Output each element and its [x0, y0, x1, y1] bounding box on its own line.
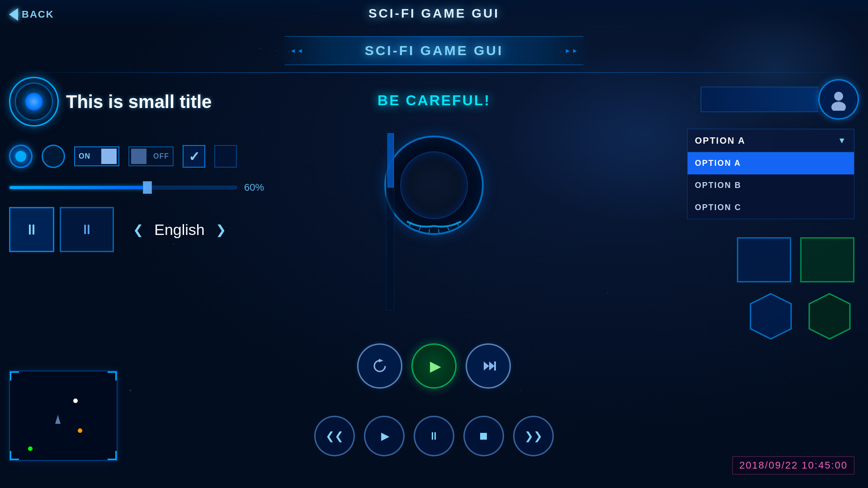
exit-button[interactable]: [466, 343, 511, 389]
play-icon: ▶: [430, 357, 441, 375]
bot-stop-button[interactable]: ⏹: [463, 416, 504, 456]
svg-marker-10: [489, 361, 495, 371]
slider-track[interactable]: [9, 186, 237, 189]
language-text: English: [152, 221, 207, 239]
svg-point-1: [831, 102, 846, 111]
back-label: BACK: [22, 9, 54, 20]
main-dial[interactable]: [384, 136, 484, 235]
replay-button[interactable]: [357, 343, 402, 389]
slider-thumb[interactable]: [143, 181, 152, 194]
checkbox-empty[interactable]: [214, 145, 237, 168]
svg-line-3: [419, 227, 420, 230]
svg-line-4: [429, 229, 429, 233]
bot-stop-icon: ⏹: [478, 430, 489, 442]
toggle-off-handle: [131, 149, 146, 164]
toggle-off-label: OFF: [153, 152, 169, 160]
svg-line-5: [439, 229, 439, 233]
bot-prev-icon: ❮❮: [326, 430, 344, 442]
dial-ticks-svg: [384, 136, 484, 235]
bot-play-icon: ▶: [381, 430, 389, 442]
bot-pause-icon: ⏸: [429, 430, 439, 442]
svg-marker-8: [379, 359, 383, 362]
dropdown-option-a[interactable]: OPTION A: [688, 152, 854, 174]
svg-rect-11: [494, 361, 496, 371]
scrollbar-track[interactable]: [386, 132, 394, 310]
corner-br: [108, 451, 117, 460]
scrollbar-thumb[interactable]: [387, 133, 394, 188]
bot-play-button[interactable]: ▶: [364, 416, 405, 456]
bot-pause-button[interactable]: ⏸: [414, 416, 454, 456]
toggle-on-handle: [101, 149, 117, 164]
dropdown-option-b[interactable]: OPTION B: [688, 174, 854, 197]
checkbox-check-icon: ✓: [189, 149, 200, 164]
small-title-text: This is small title: [66, 92, 212, 112]
bot-prev-button[interactable]: ❮❮: [314, 416, 355, 456]
toggle-off[interactable]: OFF: [128, 146, 174, 166]
lang-prev-arrow[interactable]: ❮: [133, 222, 143, 237]
mini-dot-orange: [78, 428, 82, 433]
back-button[interactable]: BACK: [9, 8, 54, 21]
profile-circle[interactable]: [818, 79, 859, 120]
pause-button-1[interactable]: ⏸: [9, 207, 54, 252]
corner-bl: [10, 451, 19, 460]
toggle-on[interactable]: ON: [74, 146, 119, 166]
bot-next-icon: ❯❯: [524, 430, 542, 442]
top-bar: SCI-FI GAME GUI: [0, 0, 868, 27]
right-panel: OPTION A ▼ OPTION A OPTION B OPTION C: [687, 129, 854, 341]
svg-marker-12: [750, 294, 791, 339]
profile-bar: [701, 87, 818, 112]
mini-arrow: [55, 415, 61, 424]
pause-2-icon: ⏸: [80, 222, 94, 237]
bot-next-button[interactable]: ❯❯: [513, 416, 554, 456]
pause-button-2[interactable]: ⏸: [60, 207, 114, 252]
pause-language-row: ⏸ ⏸ ❮ English ❯: [9, 207, 271, 252]
dropdown-selected-label: OPTION A: [695, 136, 745, 146]
svg-marker-9: [484, 361, 489, 371]
corner-tr: [108, 371, 117, 380]
mini-game-panel: [9, 371, 118, 461]
back-arrow-icon: [9, 8, 18, 21]
slider-value: 60%: [244, 182, 271, 193]
header-title: SCI-FI GAME GUI: [365, 43, 504, 58]
shape-square-1[interactable]: [737, 237, 791, 282]
profile-widget: [701, 79, 859, 120]
svg-marker-13: [809, 294, 850, 339]
profile-icon: [827, 88, 850, 111]
radio-toggle-row: ON OFF ✓: [9, 145, 271, 168]
circle-icon-widget: [9, 77, 59, 127]
radio-button-1[interactable]: [9, 145, 33, 168]
exit-icon: [479, 357, 497, 375]
controls-area: ON OFF ✓ 60% ⏸ ⏸ ❮ English: [9, 145, 271, 252]
slider-fill: [9, 186, 146, 189]
bottom-controls: ❮❮ ▶ ⏸ ⏹ ❯❯: [314, 416, 554, 456]
timestamp: 2018/09/22 10:45:00: [732, 456, 854, 474]
shapes-row-2: [687, 291, 854, 341]
dial-outer: [384, 136, 484, 235]
checkbox-checked[interactable]: ✓: [183, 145, 205, 168]
mini-dot-1: [73, 399, 78, 403]
shape-square-2[interactable]: [800, 237, 854, 282]
lang-next-arrow[interactable]: ❯: [216, 222, 226, 237]
mini-dot-green: [28, 446, 33, 451]
dropdown-container: OPTION A ▼ OPTION A OPTION B OPTION C: [687, 129, 854, 219]
play-button[interactable]: ▶: [411, 343, 457, 389]
svg-point-0: [834, 92, 843, 101]
language-selector: ❮ English ❯: [133, 221, 226, 239]
svg-line-6: [448, 227, 449, 230]
dropdown-option-c[interactable]: OPTION C: [688, 197, 854, 219]
radio-button-2[interactable]: [42, 145, 65, 168]
replay-icon: [371, 357, 389, 375]
dropdown-options: OPTION A OPTION B OPTION C: [687, 152, 854, 219]
dropdown-selected[interactable]: OPTION A ▼: [687, 129, 854, 152]
header-banner: SCI-FI GAME GUI: [276, 36, 592, 65]
small-title-section: This is small title: [9, 77, 212, 127]
toggle-on-label: ON: [79, 152, 90, 160]
dropdown-arrow-icon: ▼: [838, 136, 847, 145]
media-controls: ▶: [357, 343, 511, 389]
circle-icon-inner: [25, 93, 43, 111]
alert-text: BE CAREFUL!: [377, 92, 491, 109]
hexagon-green[interactable]: [805, 291, 854, 341]
hexagon-blue[interactable]: [746, 291, 796, 341]
pause-1-icon: ⏸: [24, 221, 39, 238]
radio-dot-1: [15, 151, 26, 162]
